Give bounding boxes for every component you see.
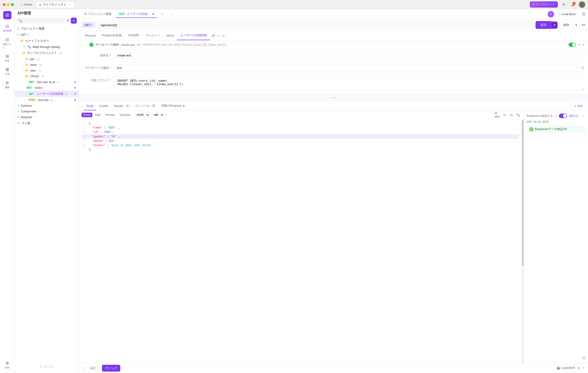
sync-button[interactable]: ↻ (548, 11, 554, 17)
extract-label[interactable]: ⊞ 抽出 (495, 112, 500, 118)
tree-schema[interactable]: ⊟ Schema › (15, 103, 79, 109)
encoding-select[interactable]: utf8 (151, 112, 164, 118)
save-response-button[interactable]: ⊡ (508, 112, 514, 118)
res-tab-cookie[interactable]: Cookie (96, 102, 111, 110)
res-tab-actual-request[interactable]: 実際のRequest (158, 101, 187, 110)
scrollbar-thumb[interactable] (522, 120, 524, 266)
tree-request[interactable]: ⊠ Request › (15, 114, 79, 120)
db-conn-select[interactable]: test ▾ (115, 65, 579, 71)
add-button[interactable]: + (71, 18, 77, 24)
topbar-add-tab[interactable]: + (158, 11, 166, 17)
clean-icon-btn[interactable]: ⊡ (578, 367, 580, 370)
topbar-get-tab[interactable]: GET ユーザーの詳細… (116, 11, 157, 18)
tree-get-user-by-id[interactable]: › GET Get user by id (1) (15, 79, 79, 85)
collapse-icon[interactable]: ‹ (82, 104, 83, 108)
grid-icon[interactable]: ⊞ (582, 356, 585, 360)
sidebar-item-shared[interactable]: ⊠ 共有 (1, 65, 13, 77)
debug-button[interactable]: デバッグ (102, 365, 120, 372)
more-options-button[interactable]: ••• (581, 23, 585, 27)
project-tab[interactable]: ◈ マイプロジェクト × (36, 1, 74, 8)
sql-field-label: SQLコマンド * (83, 77, 115, 82)
validate-toggle[interactable] (559, 114, 567, 118)
cookie-management-button[interactable]: 🍪 Cookie管理 (556, 366, 575, 370)
tree-user-detail[interactable]: › GET ユーザーの詳細情報 (1) (15, 91, 79, 97)
fmt-pretty[interactable]: Pretty (82, 113, 92, 117)
send-button[interactable]: 送信 (536, 21, 551, 29)
fmt-visualize[interactable]: Visualize (118, 113, 132, 117)
tab-mock[interactable]: Mock (163, 32, 177, 40)
fmt-preview[interactable]: Preview (103, 113, 117, 117)
sidebar-item-settings[interactable]: ⊞ 設定 (1, 52, 13, 64)
tab-close-button[interactable]: × (68, 3, 72, 6)
share-button[interactable]: ⇗ 共有 (571, 103, 585, 109)
fmt-raw[interactable]: Raw (93, 113, 102, 117)
tree-pet[interactable]: › 📁 pet (3) (15, 56, 79, 62)
search-box[interactable]: 🔍 (17, 18, 65, 24)
help-icon-btn[interactable]: ? (583, 367, 584, 370)
sidebar-item-history[interactable]: ⊛ 履歴 (1, 78, 13, 91)
tree-project-overview[interactable]: ⊞ プロジェクト概要 (15, 25, 79, 32)
chevron-right-schema: › (34, 104, 35, 107)
tree-notion[interactable]: GET notion (15, 85, 79, 91)
code-line-5: 5 "phone" : 824 , (82, 139, 519, 143)
res-tab-console[interactable]: コンソール 3 (132, 101, 158, 110)
env-select[interactable]: ⬡ Local Mock ▾ (556, 11, 580, 17)
success-chevron[interactable]: ▾ (582, 115, 583, 117)
drag-handle[interactable]: ⋮⋮ (83, 43, 87, 46)
tree-user[interactable]: › 📁 user (7) (15, 68, 79, 73)
upgrade-button[interactable]: ✦ アップグレード (530, 1, 558, 8)
vertical-scrollbar[interactable] (522, 119, 524, 363)
method-select[interactable]: GET ▾ (82, 22, 96, 28)
res-tab-header[interactable]: Header 7 (111, 102, 132, 110)
tab-response-def[interactable]: Response定義 (99, 31, 125, 40)
search-response-button[interactable]: 🔍 (515, 112, 521, 118)
wrap-icon[interactable]: ≡ (165, 113, 167, 117)
op-enable-toggle[interactable] (568, 43, 576, 47)
collapse-left-icon[interactable]: « (83, 366, 84, 370)
close-button[interactable] (3, 3, 6, 6)
expand-icon[interactable]: ▾ (583, 43, 584, 47)
sql-textarea[interactable]: INSERT INTO users (id, name) VALUES ({{u… (115, 77, 584, 91)
tree-trash[interactable]: 🗑 ゴミ箱 (15, 120, 79, 126)
tree-crud[interactable]: › 📁 CRUD (4) (15, 73, 79, 79)
tab-user-detail[interactable]: ユーザーの詳細情報 (177, 31, 210, 40)
notification-bell[interactable]: 🔔 4 (570, 1, 576, 8)
filter-icon[interactable]: ⚗ (66, 19, 69, 22)
settings-icon-btn[interactable]: ⚙ (560, 1, 567, 8)
user-avatar[interactable]: 👤 (579, 1, 585, 8)
op-name-input[interactable] (115, 52, 584, 59)
sidebar-item-api[interactable]: ⊡ API管理 (1, 22, 13, 34)
design-button[interactable]: 設計 (87, 365, 99, 372)
tree-api-header[interactable]: ⊡ API ▾ (15, 32, 79, 38)
minimize-button[interactable] (7, 3, 10, 6)
url-input[interactable] (98, 21, 534, 29)
tree-walk-through[interactable]: 📄 🐾 Walk through Apidog (15, 44, 79, 50)
tree-store[interactable]: › 📁 store (4) (15, 62, 79, 68)
tree-sample-project[interactable]: › 📁 サンプルプロジェクト (6) (15, 50, 79, 56)
sidebar-item-autotest[interactable]: ⊟ 自動テスト (1, 35, 13, 51)
copy-response-button[interactable]: ⊙ (502, 112, 507, 118)
tab-request[interactable]: Request (82, 32, 99, 40)
format-select[interactable]: JSON (133, 112, 150, 118)
home-icon: ⌂ (21, 3, 23, 6)
project-tab-label: マイプロジェクト (43, 2, 66, 7)
tab-preview[interactable]: プレビュー (142, 31, 163, 40)
send-dropdown-button[interactable]: ▾ (551, 22, 557, 29)
search-input[interactable] (24, 19, 63, 22)
tab-api-desc[interactable]: API説明 (125, 31, 142, 40)
save-button[interactable]: 保存 (559, 21, 573, 29)
save-dropdown-button[interactable]: ▾ (573, 22, 579, 29)
sidebar-api-label: API管理 (3, 29, 11, 33)
tree-component[interactable]: ⊛ Component › (15, 109, 79, 114)
res-tab-body[interactable]: Body (84, 102, 96, 110)
maximize-button[interactable] (11, 3, 14, 6)
sidebar-item-invite[interactable]: ⊕ 招待 (1, 359, 13, 371)
more-icon[interactable]: ••• (578, 43, 581, 47)
tree-root-folder[interactable]: 📁 ルートフォルダー (15, 38, 79, 44)
topbar-project-overview[interactable]: ⊞ プロジェクト概要 (82, 11, 114, 18)
tree-json-rpc[interactable]: › POST json-rpc (1) (15, 97, 79, 103)
topbar-more[interactable]: … (168, 11, 176, 17)
hamburger-menu[interactable]: ☰ (582, 12, 585, 16)
home-tab[interactable]: ⌂ Home (18, 2, 35, 7)
db-conn-settings-icon[interactable]: ☰ (581, 66, 584, 70)
